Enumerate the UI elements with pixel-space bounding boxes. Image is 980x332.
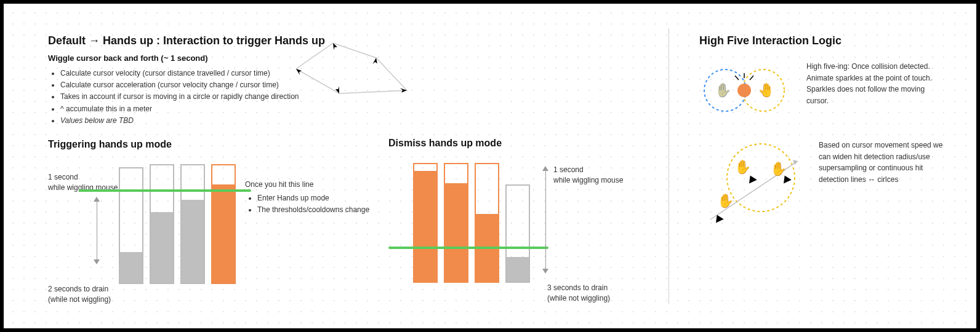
- section-divider: [669, 28, 669, 304]
- wiggle-path-figure: [284, 32, 425, 106]
- threshold-line: [388, 247, 548, 249]
- bar-group: [413, 163, 530, 283]
- threshold-note-title: Once you hit this line: [245, 180, 380, 190]
- threshold-note: Once you hit this line Enter Hands up mo…: [245, 180, 380, 216]
- meter-bar: [150, 164, 174, 284]
- triggering-heading: Triggering hands up mode: [48, 139, 380, 150]
- hand-yellow-icon: ✋: [734, 160, 751, 174]
- collision-desc: High five-ing: Once collision detected. …: [806, 61, 946, 106]
- hand-blue-tint: [716, 83, 729, 98]
- hitdetect-desc: Based on cursor movement speed we can wi…: [819, 140, 946, 185]
- meter-bar: [119, 167, 143, 284]
- meter-bar: [505, 184, 530, 283]
- hifive-heading: High Five Interaction Logic: [699, 34, 946, 47]
- triggering-chart: 1 second while wiggling mouse 2 seconds …: [48, 155, 319, 302]
- dismiss-section: Dismiss hands up mode 1 second while wig…: [388, 138, 653, 301]
- hifive-section: High Five Interaction Logic ✋ ✋ High fiv…: [699, 34, 946, 232]
- arrow-up-icon: [541, 166, 550, 274]
- meter-bar: [180, 164, 205, 284]
- threshold-note-item: The thresholds/cooldowns change: [257, 204, 380, 216]
- hand-yellow-icon: ✋: [717, 194, 734, 208]
- meter-bar-active: [475, 163, 499, 283]
- down-time-label: 3 seconds to drain (while not wiggling): [547, 283, 640, 304]
- collision-figure: ✋ ✋: [699, 61, 792, 116]
- svg-line-4: [735, 76, 739, 80]
- bar-group: [119, 164, 236, 284]
- hand-yellow-icon: ✋: [758, 84, 774, 97]
- hitdetect-figure: ✋ ✋ ✋: [699, 140, 804, 232]
- meter-bar-active: [211, 164, 236, 284]
- threshold-note-item: Enter Hands up mode: [257, 192, 380, 204]
- dismiss-heading: Dismiss hands up mode: [388, 138, 653, 149]
- down-time-label: 2 seconds to drain (while not wiggling): [48, 284, 131, 305]
- dismiss-chart: 1 second while wiggling mouse 3 seconds …: [388, 154, 653, 301]
- svg-line-5: [750, 76, 753, 80]
- up-time-label: 1 second while wiggling mouse: [553, 165, 640, 186]
- bullet-item-italic: Values below are TBD: [60, 115, 393, 127]
- arrow-up-icon: [92, 197, 101, 264]
- meter-bar-active: [413, 163, 438, 283]
- hand-yellow-icon: ✋: [770, 162, 787, 176]
- threshold-line: [79, 189, 251, 192]
- meter-bar-active: [444, 163, 468, 283]
- svg-point-2: [737, 84, 751, 97]
- triggering-section: Triggering hands up mode 1 second while …: [48, 139, 380, 302]
